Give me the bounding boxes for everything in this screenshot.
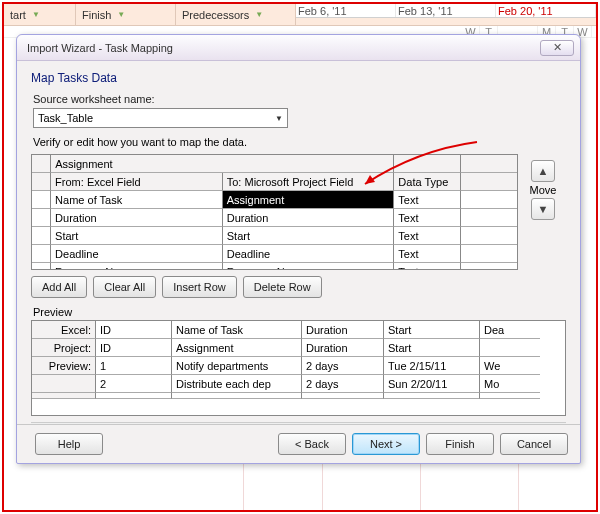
verify-text: Verify or edit how you want to map the d…	[33, 136, 564, 148]
move-controls: ▲ Move ▼	[522, 158, 564, 222]
col-finish[interactable]: Finish▼	[76, 4, 176, 25]
insert-row-button[interactable]: Insert Row	[162, 276, 237, 298]
help-button[interactable]: Help	[35, 433, 103, 455]
close-button[interactable]: ✕	[540, 40, 574, 56]
table-row: 2 Distribute each dep 2 days Sun 2/20/11…	[32, 375, 565, 393]
back-button[interactable]: < Back	[278, 433, 346, 455]
col-predecessors[interactable]: Predecessors▼	[176, 4, 296, 25]
col-to: To: Microsoft Project Field	[223, 173, 395, 191]
table-row[interactable]: Resource NamesResource NamesText	[32, 263, 517, 270]
table-row: Preview: 1 Notify departments 2 days Tue…	[32, 357, 565, 375]
chevron-down-icon: ▼	[32, 10, 40, 19]
table-row[interactable]: Name of Task Assignment Text	[32, 191, 517, 209]
dialog-titlebar[interactable]: Import Wizard - Task Mapping ✕	[17, 35, 580, 61]
mapping-grid[interactable]: Assignment From: Excel Field To: Microso…	[31, 154, 518, 270]
chevron-down-icon: ▼	[275, 114, 283, 123]
source-label: Source worksheet name:	[33, 93, 564, 105]
preview-row-label: Project:	[32, 339, 96, 357]
triangle-up-icon: ▲	[538, 165, 549, 177]
timeline-header: Feb 6, '11 Feb 13, '11 Feb 20, '11	[296, 4, 596, 18]
table-row[interactable]: DurationDurationText	[32, 209, 517, 227]
table-row[interactable]: StartStartText	[32, 227, 517, 245]
col-from: From: Excel Field	[51, 173, 223, 191]
triangle-down-icon: ▼	[538, 203, 549, 215]
import-wizard-dialog: Import Wizard - Task Mapping ✕ Map Tasks…	[16, 34, 581, 464]
selected-to-cell: Assignment	[223, 191, 395, 209]
move-up-button[interactable]: ▲	[531, 160, 555, 182]
move-label: Move	[522, 184, 564, 196]
mapping-top-cell[interactable]: Assignment	[51, 155, 394, 173]
next-button[interactable]: Next >	[352, 433, 420, 455]
chevron-down-icon: ▼	[117, 10, 125, 19]
spreadsheet-header: tart▼ Finish▼ Predecessors▼ Feb 6, '11 F…	[4, 4, 596, 26]
col-start[interactable]: tart▼	[4, 4, 76, 25]
clear-all-button[interactable]: Clear All	[93, 276, 156, 298]
combo-value: Task_Table	[38, 112, 93, 124]
add-all-button[interactable]: Add All	[31, 276, 87, 298]
preview-label: Preview	[33, 306, 564, 318]
preview-grid: Excel: ID Name of Task Duration Start De…	[31, 320, 566, 416]
finish-button[interactable]: Finish	[426, 433, 494, 455]
source-worksheet-combo[interactable]: Task_Table ▼	[33, 108, 288, 128]
dialog-footer: Help < Back Next > Finish Cancel	[17, 424, 580, 463]
section-heading: Map Tasks Data	[31, 71, 566, 85]
preview-row-label: Excel:	[32, 321, 96, 339]
close-icon: ✕	[553, 41, 562, 53]
table-row[interactable]: DeadlineDeadlineText	[32, 245, 517, 263]
chevron-down-icon: ▼	[255, 10, 263, 19]
cancel-button[interactable]: Cancel	[500, 433, 568, 455]
col-type: Data Type	[394, 173, 461, 191]
move-down-button[interactable]: ▼	[531, 198, 555, 220]
delete-row-button[interactable]: Delete Row	[243, 276, 322, 298]
dialog-title: Import Wizard - Task Mapping	[27, 42, 540, 54]
preview-row-label: Preview:	[32, 357, 96, 375]
